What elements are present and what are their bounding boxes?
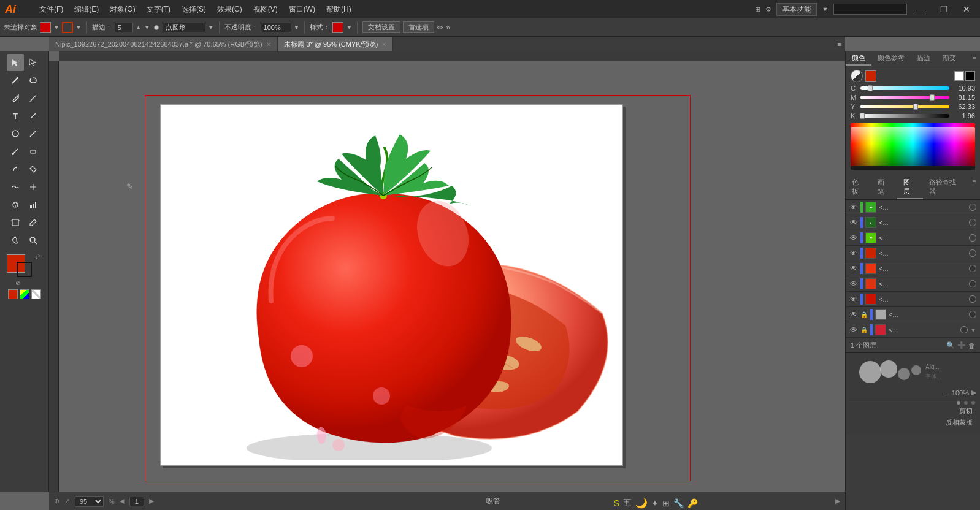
layer-eye-3[interactable]: 👁 (849, 234, 858, 242)
none-color-icon[interactable]: ⊘ (15, 280, 20, 286)
k-thumb[interactable] (860, 113, 865, 119)
tool-line2[interactable] (25, 125, 42, 142)
layer-circle-8[interactable] (969, 311, 976, 318)
layer-eye-8[interactable]: 👁 (849, 310, 858, 319)
style-swatch[interactable] (332, 22, 343, 33)
stroke-dropdown-icon[interactable]: ▼ (75, 24, 82, 31)
layers-scroll-down[interactable]: ▼ (970, 327, 976, 333)
status-arrow-right[interactable]: ▶ (835, 497, 840, 505)
tool-direct-select[interactable] (25, 54, 42, 71)
layer-circle-1[interactable] (969, 204, 976, 211)
menu-text[interactable]: 文字(T) (143, 3, 174, 16)
layer-row-7[interactable]: 👁 <... (846, 292, 980, 307)
layer-row-5[interactable]: 👁 <... (846, 261, 980, 276)
layer-row-6[interactable]: 👁 <... (846, 276, 980, 292)
layer-eye-2[interactable]: 👁 (849, 218, 858, 227)
layer-row-8[interactable]: 👁 🔒 <... (846, 307, 980, 322)
tab-brushes[interactable]: 画笔 (871, 176, 897, 199)
tool-hand[interactable] (7, 232, 24, 249)
more-icon[interactable]: » (446, 23, 450, 32)
page-next-icon[interactable]: ▶ (149, 497, 154, 505)
panel-tab-colorguide[interactable]: 颜色参考 (871, 51, 911, 66)
tool-select[interactable] (7, 54, 24, 71)
tool-rotate[interactable] (7, 161, 24, 178)
tab-layers[interactable]: 图层 (897, 176, 923, 199)
doc-settings-button[interactable]: 文档设置 (362, 21, 400, 33)
black-swatch[interactable] (965, 71, 975, 81)
swap-colors-icon[interactable]: ⇄ (35, 253, 40, 260)
maximize-button[interactable]: ❐ (935, 4, 953, 14)
nav-icon-5[interactable]: 五 (623, 498, 632, 509)
tool-transform[interactable] (25, 161, 42, 178)
tool-chart[interactable] (25, 196, 42, 213)
fill-dropdown-icon[interactable]: ▼ (53, 24, 59, 31)
layers-menu-icon[interactable]: ≡ (969, 176, 980, 199)
layer-eye-5[interactable]: 👁 (849, 264, 858, 273)
m-thumb[interactable] (930, 94, 935, 101)
c-thumb[interactable] (868, 85, 873, 91)
stroke-color-swatch[interactable] (62, 22, 73, 33)
layer-row-1[interactable]: 👁 ✦ <... (846, 200, 980, 215)
c-slider[interactable] (860, 86, 949, 90)
tool-type[interactable]: T (7, 107, 24, 124)
tab-file1-close[interactable]: ✕ (266, 41, 271, 48)
nav-icon-star[interactable]: ✦ (651, 498, 659, 508)
color-mode-color[interactable] (8, 289, 18, 299)
tool-mesh[interactable] (25, 178, 42, 196)
zoom-arrow[interactable]: ▶ (971, 389, 976, 397)
color-mode-gradient[interactable] (20, 289, 29, 299)
page-prev-icon[interactable]: ◀ (120, 497, 124, 505)
tool-pencil[interactable] (25, 89, 42, 107)
tool-symbol[interactable] (7, 196, 24, 213)
menu-edit[interactable]: 编辑(E) (71, 3, 102, 16)
workspace-dropdown-icon[interactable]: ▼ (822, 6, 829, 13)
panel-collapse-icon[interactable]: ≡ (834, 40, 845, 48)
tab-file2[interactable]: 未标题-3* @ 95% (CMYK/预览) ✕ (278, 37, 394, 51)
artboard[interactable] (160, 104, 623, 466)
tool-paintbrush[interactable] (7, 143, 24, 160)
opacity-input[interactable] (261, 23, 291, 32)
page-input[interactable] (129, 497, 144, 506)
nav-icon-key[interactable]: 🔑 (687, 498, 698, 508)
menu-view[interactable]: 视图(V) (250, 3, 281, 16)
layer-circle-6[interactable] (969, 280, 976, 287)
layer-row-4[interactable]: 👁 <... (846, 246, 980, 261)
layer-eye-9[interactable]: 👁 (849, 325, 858, 334)
layer-row-2[interactable]: 👁 ▪ <... (846, 215, 980, 230)
nav-icon-s[interactable]: S (614, 498, 619, 508)
zoom-select[interactable]: 95 100 75 50 200 (75, 496, 104, 507)
menu-file[interactable]: 文件(F) (36, 3, 67, 16)
tool-zoom[interactable] (25, 232, 42, 249)
m-slider[interactable] (860, 96, 949, 99)
close-button[interactable]: ✕ (958, 4, 975, 14)
minimize-button[interactable]: — (912, 4, 930, 14)
stroke-up-icon[interactable]: ▲ (136, 24, 142, 31)
menu-help[interactable]: 帮助(H) (323, 3, 355, 16)
tab-pathfinder[interactable]: 路径查找器 (923, 176, 969, 199)
layer-circle-5[interactable] (969, 265, 976, 272)
panel-tab-stroke[interactable]: 描边 (911, 51, 936, 66)
nav-icon-tool[interactable]: 🔧 (673, 498, 684, 508)
layer-delete-icon[interactable]: 🗑 (968, 342, 975, 349)
tab-file1[interactable]: Nipic_10922672_20200408214242684037.ai* … (49, 37, 278, 51)
layer-eye-4[interactable]: 👁 (849, 249, 858, 257)
layer-eye-6[interactable]: 👁 (849, 280, 858, 288)
layer-circle-9[interactable] (960, 326, 968, 333)
stroke-width-input[interactable] (115, 23, 133, 32)
menu-object[interactable]: 对象(O) (106, 3, 139, 16)
color-mode-none[interactable] (31, 289, 41, 299)
align-icon[interactable]: ⇔ (437, 23, 443, 32)
stroke-swatch[interactable] (17, 262, 32, 277)
tool-artboard[interactable] (7, 214, 24, 231)
layer-circle-7[interactable] (969, 295, 976, 303)
tool-magic-wand[interactable] (7, 72, 24, 89)
menu-select[interactable]: 选择(S) (178, 3, 210, 16)
fill-color-swatch[interactable] (40, 22, 51, 33)
menu-window[interactable]: 窗口(W) (285, 3, 319, 16)
panel-tab-color[interactable]: 颜色 (846, 51, 871, 66)
layer-eye-7[interactable]: 👁 (849, 295, 858, 303)
panel-menu-icon[interactable]: ≡ (969, 51, 980, 66)
tool-eraser[interactable] (25, 143, 42, 160)
stroke-style-input[interactable] (163, 23, 205, 32)
cut-button[interactable]: 剪切 (851, 406, 975, 416)
